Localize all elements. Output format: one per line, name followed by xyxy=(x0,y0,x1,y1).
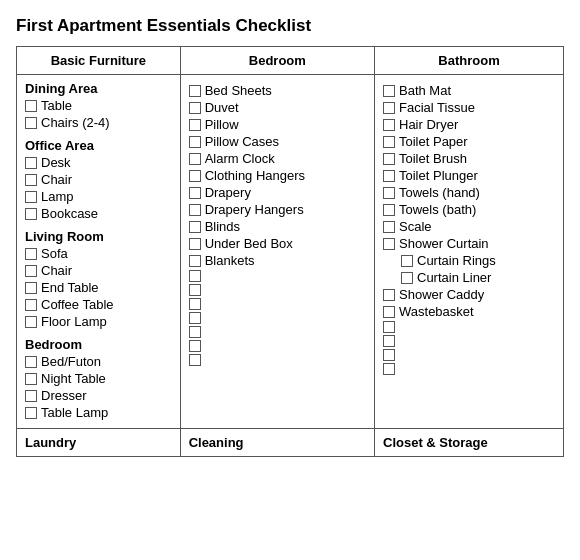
checkbox[interactable] xyxy=(25,174,37,186)
checkbox[interactable] xyxy=(25,248,37,260)
checkbox[interactable] xyxy=(25,191,37,203)
list-item: Sofa xyxy=(25,246,172,261)
list-item: Wastebasket xyxy=(383,304,555,319)
list-item: Under Bed Box xyxy=(189,236,366,251)
list-item-empty xyxy=(189,298,366,310)
list-item: Drapery xyxy=(189,185,366,200)
list-item: Chair xyxy=(25,263,172,278)
checkbox[interactable] xyxy=(383,102,395,114)
list-item: Floor Lamp xyxy=(25,314,172,329)
list-item: Towels (hand) xyxy=(383,185,555,200)
checkbox[interactable] xyxy=(189,284,201,296)
list-item: Night Table xyxy=(25,371,172,386)
col1-content: Dining Area Table Chairs (2-4) Office Ar… xyxy=(17,75,181,429)
col3-footer: Closet & Storage xyxy=(375,429,564,457)
checkbox[interactable] xyxy=(189,354,201,366)
checkbox[interactable] xyxy=(189,85,201,97)
list-item-empty xyxy=(383,349,555,361)
checkbox[interactable] xyxy=(189,119,201,131)
checkbox[interactable] xyxy=(383,221,395,233)
list-item: Bed/Futon xyxy=(25,354,172,369)
checkbox[interactable] xyxy=(383,85,395,97)
list-item: Chairs (2-4) xyxy=(25,115,172,130)
checkbox[interactable] xyxy=(189,136,201,148)
checkbox[interactable] xyxy=(25,407,37,419)
checkbox[interactable] xyxy=(401,272,413,284)
checkbox[interactable] xyxy=(383,335,395,347)
col2-header: Bedroom xyxy=(180,47,374,75)
list-item-empty xyxy=(189,284,366,296)
checkbox[interactable] xyxy=(383,119,395,131)
section-label-bedroom: Bedroom xyxy=(25,337,172,352)
checkbox[interactable] xyxy=(189,326,201,338)
list-item: Clothing Hangers xyxy=(189,168,366,183)
col3-content: Bath Mat Facial Tissue Hair Dryer Toilet… xyxy=(375,75,564,429)
checkbox[interactable] xyxy=(383,136,395,148)
list-item: Bookcase xyxy=(25,206,172,221)
list-item: Shower Caddy xyxy=(383,287,555,302)
checkbox[interactable] xyxy=(383,363,395,375)
checkbox[interactable] xyxy=(25,373,37,385)
list-item-empty xyxy=(189,340,366,352)
checkbox[interactable] xyxy=(25,299,37,311)
checkbox[interactable] xyxy=(383,153,395,165)
col3-header: Bathroom xyxy=(375,47,564,75)
list-item: Toilet Plunger xyxy=(383,168,555,183)
checkbox[interactable] xyxy=(383,187,395,199)
checkbox[interactable] xyxy=(383,321,395,333)
checkbox[interactable] xyxy=(189,221,201,233)
list-item: Toilet Brush xyxy=(383,151,555,166)
section-label-office: Office Area xyxy=(25,138,172,153)
checkbox[interactable] xyxy=(383,306,395,318)
checkbox[interactable] xyxy=(401,255,413,267)
checkbox[interactable] xyxy=(383,289,395,301)
list-item: End Table xyxy=(25,280,172,295)
list-item-empty xyxy=(383,335,555,347)
checklist-table: Basic Furniture Bedroom Bathroom Dining … xyxy=(16,46,564,457)
checkbox[interactable] xyxy=(189,270,201,282)
checkbox[interactable] xyxy=(189,312,201,324)
checkbox[interactable] xyxy=(25,282,37,294)
col2-footer: Cleaning xyxy=(180,429,374,457)
checkbox[interactable] xyxy=(25,390,37,402)
list-item: Desk xyxy=(25,155,172,170)
checkbox[interactable] xyxy=(383,170,395,182)
checkbox[interactable] xyxy=(383,204,395,216)
checkbox[interactable] xyxy=(25,208,37,220)
checkbox[interactable] xyxy=(189,102,201,114)
checkbox[interactable] xyxy=(25,157,37,169)
list-item: Bath Mat xyxy=(383,83,555,98)
checkbox[interactable] xyxy=(25,316,37,328)
col1-footer: Laundry xyxy=(17,429,181,457)
checkbox[interactable] xyxy=(189,238,201,250)
checkbox[interactable] xyxy=(189,204,201,216)
list-item-sub: Curtain Rings xyxy=(401,253,555,268)
list-item: Bed Sheets xyxy=(189,83,366,98)
list-item: Hair Dryer xyxy=(383,117,555,132)
list-item-empty xyxy=(189,354,366,366)
checkbox[interactable] xyxy=(25,100,37,112)
checkbox[interactable] xyxy=(189,340,201,352)
checkbox[interactable] xyxy=(189,298,201,310)
checkbox[interactable] xyxy=(25,265,37,277)
checkbox[interactable] xyxy=(189,255,201,267)
list-item: Towels (bath) xyxy=(383,202,555,217)
checkbox[interactable] xyxy=(383,238,395,250)
list-item: Duvet xyxy=(189,100,366,115)
checkbox[interactable] xyxy=(383,349,395,361)
checkbox[interactable] xyxy=(189,170,201,182)
checkbox[interactable] xyxy=(25,356,37,368)
list-item: Drapery Hangers xyxy=(189,202,366,217)
list-item-sub: Curtain Liner xyxy=(401,270,555,285)
checkbox[interactable] xyxy=(189,153,201,165)
col1-header: Basic Furniture xyxy=(17,47,181,75)
col2-content: Bed Sheets Duvet Pillow Pillow Cases Ala… xyxy=(180,75,374,429)
list-item-empty xyxy=(383,321,555,333)
list-item: Alarm Clock xyxy=(189,151,366,166)
list-item: Facial Tissue xyxy=(383,100,555,115)
list-item: Pillow Cases xyxy=(189,134,366,149)
checkbox[interactable] xyxy=(189,187,201,199)
list-item: Blankets xyxy=(189,253,366,268)
section-label-dining: Dining Area xyxy=(25,81,172,96)
checkbox[interactable] xyxy=(25,117,37,129)
